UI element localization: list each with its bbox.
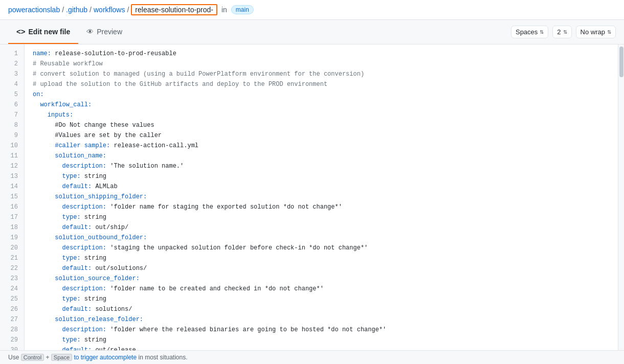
table-row: description: 'The solution name.' (33, 161, 618, 171)
table-row: type: string (33, 335, 618, 345)
breadcrumb-sep-1: / (62, 6, 64, 14)
edit-tab-label: Edit new file (29, 28, 71, 36)
spaces-label: Spaces (516, 28, 538, 36)
indent-size-value: 2 (557, 28, 561, 36)
breadcrumb-sep-3: / (127, 6, 129, 14)
status-plus: + (46, 354, 51, 361)
table-row: #caller sample: release-action-call.yml (33, 141, 618, 151)
table-row: solution_name: (33, 151, 618, 161)
table-row: #Values are set by the caller (33, 130, 618, 141)
table-row: solution_outbound_folder: (33, 233, 618, 243)
breadcrumb: poweractionslab / .github / workflows / … (0, 0, 624, 20)
preview-tab-label: Preview (97, 28, 122, 36)
code-icon: <> (16, 27, 26, 36)
breadcrumb-current-file: release-solution-to-prod- (131, 4, 217, 15)
table-row: solution_shipping_folder: (33, 192, 618, 202)
edit-tab[interactable]: <> Edit new file (8, 20, 78, 44)
indent-size-select[interactable]: 2 ⇅ (552, 26, 571, 38)
table-row: solution_source_folder: (33, 274, 618, 284)
table-row: default: out/ship/ (33, 222, 618, 233)
table-row: default: ALMLab (33, 181, 618, 192)
table-row: description: 'folder name for staging th… (33, 202, 618, 212)
table-row: #Do Not change these values (33, 120, 618, 130)
table-row: # Reusable workflow (33, 59, 618, 69)
table-row: description: 'folder name to be created … (33, 284, 618, 294)
spaces-arrows-icon: ⇅ (540, 29, 544, 35)
table-row: default: out/solutions/ (33, 263, 618, 274)
toolbar-right: Spaces ⇅ 2 ⇅ No wrap ⇅ (511, 26, 616, 38)
table-row: type: string (33, 171, 618, 181)
status-trigger-text: to trigger autocomplete (74, 354, 137, 361)
editor-container: 1234567891011121314151617181920212223242… (0, 44, 624, 350)
eye-icon: 👁 (86, 28, 94, 36)
line-numbers: 1234567891011121314151617181920212223242… (0, 44, 25, 350)
spaces-select[interactable]: Spaces ⇅ (511, 26, 548, 38)
table-row: type: string (33, 212, 618, 222)
table-row: default: solutions/ (33, 304, 618, 314)
breadcrumb-in-label: in (221, 6, 227, 14)
status-suffix: to trigger autocomplete in most situatio… (74, 354, 187, 361)
nowrap-label: No wrap (581, 28, 605, 36)
table-row: type: string (33, 294, 618, 304)
code-area[interactable]: name: release-solution-to-prod-reusable#… (25, 44, 618, 350)
status-space-key: Space (51, 354, 72, 361)
table-row: solution_release_folder: (33, 314, 618, 325)
scrollbar[interactable] (618, 44, 624, 350)
breadcrumb-sep-2: / (90, 6, 92, 14)
table-row: name: release-solution-to-prod-reusable (33, 49, 618, 59)
breadcrumb-workflows[interactable]: workflows (94, 6, 125, 14)
table-row: # convert solution to managed (using a b… (33, 69, 618, 79)
nowrap-select[interactable]: No wrap ⇅ (576, 26, 616, 38)
status-control-key: Control (21, 354, 44, 361)
table-row: description: 'staging the unpacked solut… (33, 243, 618, 253)
table-row: on: (33, 89, 618, 100)
branch-badge: main (231, 5, 254, 14)
preview-tab[interactable]: 👁 Preview (78, 20, 130, 44)
status-bar: Use Control + Space to trigger autocompl… (0, 350, 624, 364)
table-row: workflow_call: (33, 100, 618, 110)
scrollbar-thumb[interactable] (619, 47, 623, 77)
status-use: Use (8, 354, 19, 361)
table-row: inputs: (33, 110, 618, 120)
table-row: default: out/release (33, 345, 618, 350)
nowrap-arrows-icon: ⇅ (607, 29, 611, 35)
breadcrumb-github[interactable]: .github (66, 6, 87, 14)
breadcrumb-org[interactable]: poweractionslab (8, 6, 60, 14)
editor-toolbar: <> Edit new file 👁 Preview Spaces ⇅ 2 ⇅ … (0, 20, 624, 44)
table-row: type: string (33, 253, 618, 263)
table-row: # upload the solution to the GitHub arti… (33, 79, 618, 89)
table-row: description: 'folder where the released … (33, 325, 618, 335)
indent-arrows-icon: ⇅ (563, 29, 567, 35)
